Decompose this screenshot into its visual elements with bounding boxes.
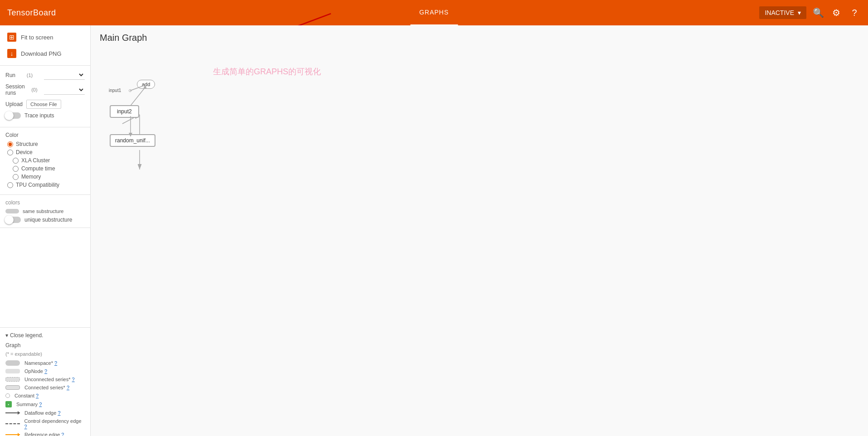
- node-input1-label: input1: [109, 88, 121, 93]
- download-icon: ↓: [7, 49, 16, 58]
- color-structure-label: Structure: [16, 141, 38, 147]
- node-input1-dot: [129, 89, 131, 92]
- legend-opnode: OpNode ?: [5, 368, 85, 374]
- legend-connected: Connected series* ?: [5, 385, 85, 390]
- legend-control: Control dependency edge ?: [5, 418, 85, 429]
- dataflow-link[interactable]: ?: [58, 410, 60, 416]
- opnode-link[interactable]: ?: [44, 368, 47, 374]
- session-runs-label: Sessionruns: [5, 83, 25, 96]
- search-icon[interactable]: 🔍: [812, 6, 824, 19]
- color-compute-label: Compute time: [21, 165, 55, 172]
- toggle-knob: [5, 111, 14, 120]
- unique-substructure-row: unique substructure: [5, 217, 85, 223]
- constant-label: Constant ?: [15, 393, 39, 398]
- constant-shape: [5, 393, 10, 398]
- legend-dataflow: Dataflow edge ?: [5, 410, 85, 416]
- node-random[interactable]: random_unif...: [110, 134, 155, 147]
- legend-constant: Constant ?: [5, 393, 85, 398]
- color-compute-row: Compute time: [5, 165, 85, 172]
- colors-same-row: same substructure: [5, 208, 85, 214]
- legend-title: Graph: [5, 342, 85, 349]
- namespace-shape: [5, 360, 20, 366]
- upload-label: Upload: [5, 101, 23, 107]
- summary-link[interactable]: ?: [39, 402, 42, 407]
- color-xla-row: XLA Cluster: [5, 157, 85, 164]
- unique-substructure-toggle[interactable]: [5, 217, 21, 223]
- fit-to-screen-label: Fit to screen: [21, 34, 53, 41]
- run-control-row: Run (1): [5, 70, 85, 80]
- download-png-button[interactable]: ↓ Download PNG: [0, 45, 90, 62]
- session-runs-select[interactable]: [44, 85, 85, 95]
- legend-subtitle: (* = expandable): [5, 351, 85, 357]
- trace-inputs-label: Trace inputs: [24, 112, 54, 119]
- reference-arrow: [5, 434, 20, 435]
- layout: ⊞ Fit to screen ↓ Download PNG Run (1) S…: [0, 25, 868, 436]
- inactive-label: INACTIVE: [765, 9, 794, 16]
- gear-icon[interactable]: ⚙: [830, 6, 843, 19]
- sidebar-spacer: [0, 228, 90, 327]
- unconnected-shape: [5, 377, 20, 382]
- node-input2[interactable]: input2: [110, 105, 139, 118]
- color-structure-row: Structure: [5, 141, 85, 147]
- color-xla-radio[interactable]: [13, 158, 19, 164]
- legend-unconnected: Unconnected series* ?: [5, 377, 85, 382]
- colors-title: colors: [5, 199, 85, 206]
- color-memory-radio[interactable]: [13, 174, 19, 180]
- color-device-radio[interactable]: [7, 150, 13, 155]
- header: TensorBoard GRAPHS INACTIVE ▾ 🔍 ⚙ ?: [0, 0, 868, 25]
- control-link[interactable]: ?: [24, 424, 27, 429]
- close-legend-label: Close legend.: [10, 332, 43, 339]
- header-right: INACTIVE ▾ 🔍 ⚙ ?: [759, 6, 861, 19]
- help-icon[interactable]: ?: [848, 6, 861, 19]
- dataflow-label: Dataflow edge ?: [24, 410, 61, 416]
- session-runs-control-row: Sessionruns (0): [5, 83, 85, 96]
- choose-file-button[interactable]: Choose File: [26, 100, 61, 109]
- color-device-row: Device: [5, 149, 85, 155]
- color-tpu-label: TPU Compatibility: [16, 182, 59, 188]
- header-tabs: GRAPHS: [410, 0, 458, 25]
- color-tpu-row: TPU Compatibility: [5, 182, 85, 188]
- unique-substructure-label: unique substructure: [24, 217, 72, 223]
- tab-graphs[interactable]: GRAPHS: [410, 0, 458, 25]
- toggle-knob-2: [5, 215, 14, 224]
- inactive-dropdown[interactable]: INACTIVE ▾: [759, 6, 806, 19]
- reference-link[interactable]: ?: [61, 432, 64, 436]
- chevron-down-icon-legend: ▾: [5, 332, 8, 339]
- unconnected-link[interactable]: ?: [72, 377, 75, 382]
- main-title: Main Graph: [91, 25, 868, 43]
- connected-shape: [5, 385, 20, 390]
- upload-row: Upload Choose File: [5, 100, 85, 109]
- color-compute-radio[interactable]: [13, 166, 19, 172]
- dataflow-arrow: [5, 412, 20, 413]
- namespace-link[interactable]: ?: [54, 360, 57, 366]
- color-device-label: Device: [16, 149, 33, 155]
- colors-section: colors same substructure unique substruc…: [0, 195, 90, 228]
- color-tpu-radio[interactable]: [7, 182, 13, 188]
- run-label: Run: [5, 72, 15, 78]
- close-legend-button[interactable]: ▾ Close legend.: [5, 332, 85, 339]
- legend-section: ▾ Close legend. Graph (* = expandable) N…: [0, 327, 90, 436]
- download-png-label: Download PNG: [21, 50, 62, 57]
- color-structure-radio[interactable]: [7, 141, 13, 147]
- constant-link[interactable]: ?: [36, 393, 39, 398]
- color-memory-label: Memory: [21, 174, 41, 180]
- legend-namespace: Namespace* ?: [5, 360, 85, 366]
- run-select[interactable]: [44, 70, 85, 80]
- unconnected-label: Unconnected series* ?: [24, 377, 75, 382]
- graph-svg: [91, 53, 868, 436]
- sidebar: ⊞ Fit to screen ↓ Download PNG Run (1) S…: [0, 25, 91, 436]
- legend-summary: ▪ Summary ?: [5, 401, 85, 407]
- color-title: Color: [5, 132, 85, 138]
- namespace-label: Namespace* ?: [24, 360, 57, 366]
- sidebar-top-actions: ⊞ Fit to screen ↓ Download PNG: [0, 25, 90, 66]
- summary-shape: ▪: [5, 401, 12, 407]
- node-add[interactable]: add: [137, 80, 155, 89]
- connected-link[interactable]: ?: [67, 385, 69, 390]
- color-memory-row: Memory: [5, 174, 85, 180]
- opnode-label: OpNode ?: [24, 368, 47, 374]
- colors-same-label: same substructure: [23, 208, 63, 214]
- trace-inputs-toggle[interactable]: [5, 112, 21, 119]
- fit-icon: ⊞: [7, 33, 16, 42]
- session-runs-value: (0): [31, 87, 37, 92]
- fit-to-screen-button[interactable]: ⊞ Fit to screen: [0, 29, 90, 45]
